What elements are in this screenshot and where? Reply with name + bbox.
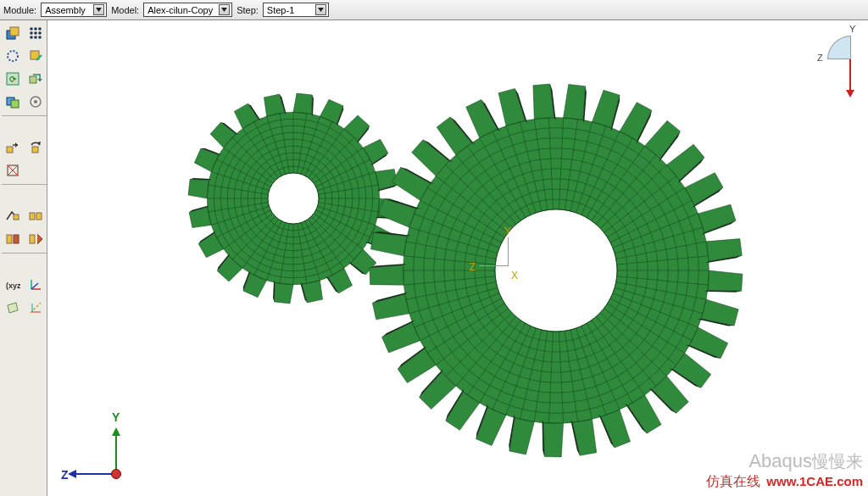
svg-line-38 bbox=[31, 283, 38, 289]
csys-x-label: X bbox=[511, 270, 518, 281]
triad-y-arrow-icon bbox=[112, 427, 120, 436]
view-cube-x-axis bbox=[849, 59, 851, 90]
model-select-value: Alex-cilun-Copy bbox=[147, 5, 213, 15]
align-instance-tool[interactable] bbox=[2, 205, 23, 226]
instance-orphan-tool[interactable] bbox=[2, 45, 23, 66]
svg-marker-0 bbox=[96, 8, 102, 12]
svg-point-14 bbox=[8, 51, 18, 61]
svg-point-6 bbox=[34, 27, 37, 31]
origin-tool-tool[interactable] bbox=[25, 91, 46, 112]
module-select[interactable]: Assembly bbox=[41, 3, 107, 17]
regenerate-tool[interactable]: ⟳ bbox=[2, 68, 23, 89]
module-label: Module: bbox=[3, 5, 36, 15]
svg-marker-1 bbox=[221, 8, 227, 12]
watermark-brand-latin: Abaqus bbox=[748, 450, 812, 471]
datum-plane-tool[interactable] bbox=[2, 297, 23, 318]
dropdown-arrow-icon bbox=[93, 4, 104, 15]
dropdown-arrow-icon bbox=[315, 4, 326, 15]
svg-point-23 bbox=[34, 100, 37, 103]
svg-marker-25 bbox=[15, 142, 18, 148]
svg-rect-18 bbox=[30, 76, 36, 83]
svg-rect-30 bbox=[30, 213, 35, 220]
translate-instance-tool[interactable] bbox=[2, 137, 23, 158]
rotate-instance-tool[interactable] bbox=[25, 137, 46, 158]
boolean-merge-tool[interactable] bbox=[2, 91, 23, 112]
svg-point-9 bbox=[34, 31, 37, 35]
svg-point-12 bbox=[34, 36, 37, 39]
svg-rect-29 bbox=[14, 215, 19, 220]
viewport-3d[interactable]: Y Z X Y Z Y Z Abaqus慢慢来 bbox=[47, 20, 868, 496]
context-bar: Module: Assembly Model: Alex-cilun-Copy … bbox=[0, 0, 868, 20]
svg-rect-24 bbox=[7, 147, 13, 153]
create-instance-tool[interactable] bbox=[2, 22, 23, 43]
view-cube-quarter-icon bbox=[827, 36, 851, 59]
watermark-site-cn: 仿真在线 bbox=[706, 474, 760, 488]
edge-to-edge-tool[interactable] bbox=[25, 228, 46, 249]
svg-rect-32 bbox=[7, 235, 12, 243]
dropdown-arrow-icon bbox=[219, 4, 230, 15]
step-label: Step: bbox=[236, 5, 259, 15]
svg-point-93 bbox=[268, 173, 319, 224]
svg-rect-33 bbox=[14, 235, 19, 243]
svg-point-10 bbox=[38, 31, 42, 35]
triad-z-label: Z bbox=[61, 468, 69, 482]
edit-feature-tool[interactable] bbox=[25, 45, 46, 66]
csys-z-axis bbox=[479, 265, 508, 266]
svg-point-7 bbox=[38, 27, 42, 31]
gear-large-mesh bbox=[363, 77, 749, 464]
svg-point-13 bbox=[38, 36, 42, 39]
csys-y-label: Y bbox=[504, 226, 511, 237]
svg-point-8 bbox=[30, 31, 33, 35]
constrain-instance-tool[interactable] bbox=[2, 159, 23, 181]
contact-pair-tool[interactable] bbox=[25, 205, 46, 226]
toolbox-separator bbox=[2, 115, 47, 117]
csys-z-label: Z bbox=[470, 261, 476, 273]
model-select[interactable]: Alex-cilun-Copy bbox=[143, 3, 232, 17]
watermark-site-url: www.1CAE.com bbox=[766, 474, 863, 488]
model-label: Model: bbox=[111, 5, 139, 15]
datum-csys-tool[interactable] bbox=[25, 274, 46, 295]
step-select[interactable]: Step-1 bbox=[263, 3, 329, 17]
csys-y-axis bbox=[508, 237, 509, 266]
assembly-toolbox: ⟳(xyz) bbox=[0, 20, 47, 496]
toolbox-separator bbox=[2, 184, 47, 186]
svg-rect-31 bbox=[36, 213, 42, 220]
viewcube-y-label: Y bbox=[849, 24, 855, 34]
datum-axis-tool[interactable] bbox=[25, 297, 46, 318]
main-area: ⟳(xyz) Y Z X Y Z Y Z bbox=[0, 20, 868, 496]
svg-rect-26 bbox=[32, 147, 38, 153]
svg-text:(xyz): (xyz) bbox=[6, 281, 20, 290]
triad-origin-icon bbox=[111, 469, 121, 479]
module-select-value: Assembly bbox=[45, 5, 86, 15]
svg-rect-21 bbox=[11, 100, 19, 108]
triad-z-axis bbox=[76, 473, 115, 475]
view-cube-x-arrow-icon bbox=[846, 90, 854, 98]
svg-text:⟳: ⟳ bbox=[9, 75, 17, 84]
svg-point-5 bbox=[30, 27, 33, 31]
viewcube-z-label: Z bbox=[817, 53, 823, 63]
pattern-linear-tool[interactable] bbox=[25, 22, 46, 43]
svg-marker-19 bbox=[37, 79, 42, 81]
triad-z-arrow-icon bbox=[68, 470, 76, 478]
view-cube[interactable]: Y Z bbox=[826, 27, 860, 70]
svg-point-11 bbox=[30, 36, 33, 39]
face-to-face-tool[interactable] bbox=[2, 228, 23, 249]
svg-rect-4 bbox=[10, 27, 19, 36]
replace-tool[interactable] bbox=[25, 68, 46, 89]
step-select-value: Step-1 bbox=[267, 5, 294, 15]
xyz-label-tool[interactable]: (xyz) bbox=[2, 274, 23, 295]
svg-marker-2 bbox=[318, 8, 324, 12]
triad-y-label: Y bbox=[112, 410, 120, 424]
watermark-brand-cn: 慢慢来 bbox=[812, 452, 863, 471]
svg-rect-34 bbox=[30, 235, 35, 243]
toolbox-separator bbox=[2, 253, 47, 254]
